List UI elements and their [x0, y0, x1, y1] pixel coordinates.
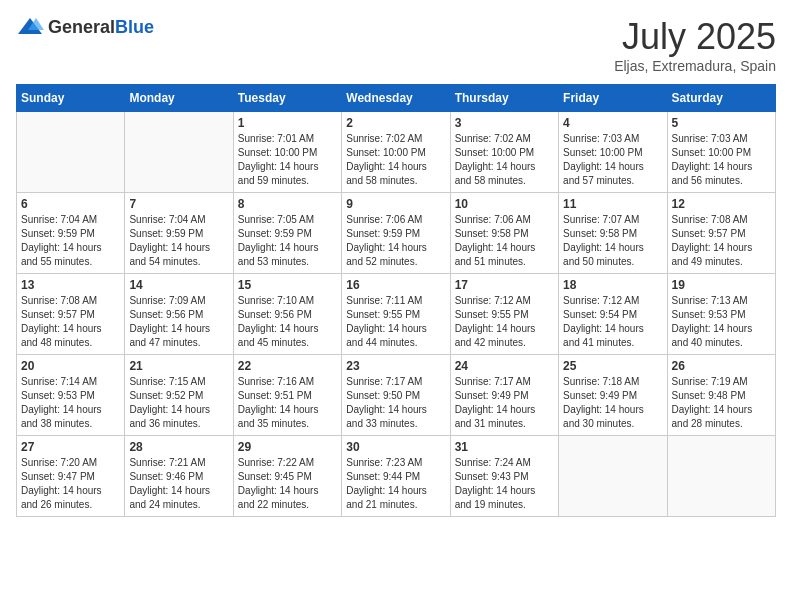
calendar-cell: 26Sunrise: 7:19 AM Sunset: 9:48 PM Dayli… [667, 355, 775, 436]
day-info: Sunrise: 7:07 AM Sunset: 9:58 PM Dayligh… [563, 213, 662, 269]
calendar-cell: 5Sunrise: 7:03 AM Sunset: 10:00 PM Dayli… [667, 112, 775, 193]
day-number: 26 [672, 359, 771, 373]
day-info: Sunrise: 7:15 AM Sunset: 9:52 PM Dayligh… [129, 375, 228, 431]
logo: GeneralBlue [16, 16, 154, 38]
calendar-cell [559, 436, 667, 517]
day-number: 12 [672, 197, 771, 211]
day-number: 9 [346, 197, 445, 211]
week-row-2: 6Sunrise: 7:04 AM Sunset: 9:59 PM Daylig… [17, 193, 776, 274]
day-info: Sunrise: 7:04 AM Sunset: 9:59 PM Dayligh… [21, 213, 120, 269]
day-number: 11 [563, 197, 662, 211]
calendar-cell: 6Sunrise: 7:04 AM Sunset: 9:59 PM Daylig… [17, 193, 125, 274]
day-info: Sunrise: 7:17 AM Sunset: 9:50 PM Dayligh… [346, 375, 445, 431]
calendar-cell: 3Sunrise: 7:02 AM Sunset: 10:00 PM Dayli… [450, 112, 558, 193]
day-number: 10 [455, 197, 554, 211]
weekday-header-row: SundayMondayTuesdayWednesdayThursdayFrid… [17, 85, 776, 112]
location-title: Eljas, Extremadura, Spain [614, 58, 776, 74]
day-number: 1 [238, 116, 337, 130]
day-number: 20 [21, 359, 120, 373]
day-info: Sunrise: 7:06 AM Sunset: 9:58 PM Dayligh… [455, 213, 554, 269]
day-number: 29 [238, 440, 337, 454]
day-number: 27 [21, 440, 120, 454]
calendar-cell: 18Sunrise: 7:12 AM Sunset: 9:54 PM Dayli… [559, 274, 667, 355]
day-number: 8 [238, 197, 337, 211]
calendar-cell: 4Sunrise: 7:03 AM Sunset: 10:00 PM Dayli… [559, 112, 667, 193]
header: GeneralBlue July 2025 Eljas, Extremadura… [16, 16, 776, 74]
calendar-cell: 25Sunrise: 7:18 AM Sunset: 9:49 PM Dayli… [559, 355, 667, 436]
calendar-cell: 14Sunrise: 7:09 AM Sunset: 9:56 PM Dayli… [125, 274, 233, 355]
day-number: 14 [129, 278, 228, 292]
day-number: 25 [563, 359, 662, 373]
day-number: 5 [672, 116, 771, 130]
calendar-cell: 13Sunrise: 7:08 AM Sunset: 9:57 PM Dayli… [17, 274, 125, 355]
calendar-cell: 30Sunrise: 7:23 AM Sunset: 9:44 PM Dayli… [342, 436, 450, 517]
day-info: Sunrise: 7:23 AM Sunset: 9:44 PM Dayligh… [346, 456, 445, 512]
weekday-header-monday: Monday [125, 85, 233, 112]
calendar-cell: 11Sunrise: 7:07 AM Sunset: 9:58 PM Dayli… [559, 193, 667, 274]
calendar-cell: 20Sunrise: 7:14 AM Sunset: 9:53 PM Dayli… [17, 355, 125, 436]
day-info: Sunrise: 7:13 AM Sunset: 9:53 PM Dayligh… [672, 294, 771, 350]
logo-text-general: General [48, 17, 115, 37]
logo-text-blue: Blue [115, 17, 154, 37]
day-info: Sunrise: 7:11 AM Sunset: 9:55 PM Dayligh… [346, 294, 445, 350]
day-info: Sunrise: 7:20 AM Sunset: 9:47 PM Dayligh… [21, 456, 120, 512]
week-row-5: 27Sunrise: 7:20 AM Sunset: 9:47 PM Dayli… [17, 436, 776, 517]
day-info: Sunrise: 7:08 AM Sunset: 9:57 PM Dayligh… [21, 294, 120, 350]
day-info: Sunrise: 7:24 AM Sunset: 9:43 PM Dayligh… [455, 456, 554, 512]
day-number: 31 [455, 440, 554, 454]
calendar-cell: 7Sunrise: 7:04 AM Sunset: 9:59 PM Daylig… [125, 193, 233, 274]
calendar-cell: 8Sunrise: 7:05 AM Sunset: 9:59 PM Daylig… [233, 193, 341, 274]
calendar-cell: 2Sunrise: 7:02 AM Sunset: 10:00 PM Dayli… [342, 112, 450, 193]
month-title: July 2025 [614, 16, 776, 58]
day-info: Sunrise: 7:05 AM Sunset: 9:59 PM Dayligh… [238, 213, 337, 269]
weekday-header-thursday: Thursday [450, 85, 558, 112]
title-area: July 2025 Eljas, Extremadura, Spain [614, 16, 776, 74]
calendar-cell: 31Sunrise: 7:24 AM Sunset: 9:43 PM Dayli… [450, 436, 558, 517]
week-row-4: 20Sunrise: 7:14 AM Sunset: 9:53 PM Dayli… [17, 355, 776, 436]
calendar-cell [17, 112, 125, 193]
weekday-header-friday: Friday [559, 85, 667, 112]
day-info: Sunrise: 7:01 AM Sunset: 10:00 PM Daylig… [238, 132, 337, 188]
day-number: 4 [563, 116, 662, 130]
day-info: Sunrise: 7:06 AM Sunset: 9:59 PM Dayligh… [346, 213, 445, 269]
day-info: Sunrise: 7:09 AM Sunset: 9:56 PM Dayligh… [129, 294, 228, 350]
day-number: 30 [346, 440, 445, 454]
weekday-header-saturday: Saturday [667, 85, 775, 112]
calendar-cell: 19Sunrise: 7:13 AM Sunset: 9:53 PM Dayli… [667, 274, 775, 355]
day-number: 6 [21, 197, 120, 211]
day-info: Sunrise: 7:04 AM Sunset: 9:59 PM Dayligh… [129, 213, 228, 269]
calendar-cell: 21Sunrise: 7:15 AM Sunset: 9:52 PM Dayli… [125, 355, 233, 436]
day-info: Sunrise: 7:16 AM Sunset: 9:51 PM Dayligh… [238, 375, 337, 431]
calendar-cell: 15Sunrise: 7:10 AM Sunset: 9:56 PM Dayli… [233, 274, 341, 355]
day-info: Sunrise: 7:03 AM Sunset: 10:00 PM Daylig… [563, 132, 662, 188]
calendar-cell: 1Sunrise: 7:01 AM Sunset: 10:00 PM Dayli… [233, 112, 341, 193]
calendar-cell: 29Sunrise: 7:22 AM Sunset: 9:45 PM Dayli… [233, 436, 341, 517]
day-number: 24 [455, 359, 554, 373]
calendar-cell: 24Sunrise: 7:17 AM Sunset: 9:49 PM Dayli… [450, 355, 558, 436]
weekday-header-sunday: Sunday [17, 85, 125, 112]
day-number: 23 [346, 359, 445, 373]
calendar-body: 1Sunrise: 7:01 AM Sunset: 10:00 PM Dayli… [17, 112, 776, 517]
day-number: 28 [129, 440, 228, 454]
day-number: 21 [129, 359, 228, 373]
calendar-cell: 23Sunrise: 7:17 AM Sunset: 9:50 PM Dayli… [342, 355, 450, 436]
calendar-cell [667, 436, 775, 517]
day-info: Sunrise: 7:08 AM Sunset: 9:57 PM Dayligh… [672, 213, 771, 269]
day-info: Sunrise: 7:12 AM Sunset: 9:55 PM Dayligh… [455, 294, 554, 350]
calendar-cell: 22Sunrise: 7:16 AM Sunset: 9:51 PM Dayli… [233, 355, 341, 436]
day-number: 22 [238, 359, 337, 373]
day-info: Sunrise: 7:03 AM Sunset: 10:00 PM Daylig… [672, 132, 771, 188]
day-info: Sunrise: 7:21 AM Sunset: 9:46 PM Dayligh… [129, 456, 228, 512]
calendar-cell: 16Sunrise: 7:11 AM Sunset: 9:55 PM Dayli… [342, 274, 450, 355]
day-info: Sunrise: 7:02 AM Sunset: 10:00 PM Daylig… [455, 132, 554, 188]
day-number: 19 [672, 278, 771, 292]
day-info: Sunrise: 7:14 AM Sunset: 9:53 PM Dayligh… [21, 375, 120, 431]
calendar-cell: 10Sunrise: 7:06 AM Sunset: 9:58 PM Dayli… [450, 193, 558, 274]
day-number: 2 [346, 116, 445, 130]
day-number: 17 [455, 278, 554, 292]
day-info: Sunrise: 7:18 AM Sunset: 9:49 PM Dayligh… [563, 375, 662, 431]
calendar-cell: 17Sunrise: 7:12 AM Sunset: 9:55 PM Dayli… [450, 274, 558, 355]
day-info: Sunrise: 7:12 AM Sunset: 9:54 PM Dayligh… [563, 294, 662, 350]
weekday-header-wednesday: Wednesday [342, 85, 450, 112]
day-info: Sunrise: 7:10 AM Sunset: 9:56 PM Dayligh… [238, 294, 337, 350]
